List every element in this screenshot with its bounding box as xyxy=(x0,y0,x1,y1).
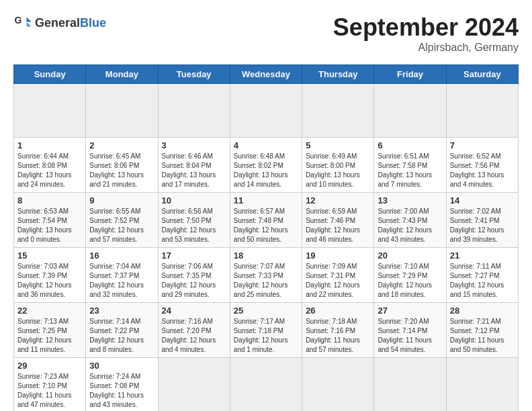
logo-icon: G xyxy=(13,13,32,32)
calendar-week-1: 1Sunrise: 6:44 AMSunset: 8:08 PMDaylight… xyxy=(14,138,519,193)
title-area: September 2024 Alpirsbach, Germany xyxy=(333,13,519,54)
calendar-cell xyxy=(14,84,86,138)
calendar-cell xyxy=(86,84,158,138)
day-info: Sunrise: 6:49 AMSunset: 8:00 PMDaylight:… xyxy=(306,152,370,189)
day-number: 10 xyxy=(162,195,226,205)
calendar-cell: 22Sunrise: 7:13 AMSunset: 7:25 PMDayligh… xyxy=(14,303,86,358)
day-number: 11 xyxy=(234,195,298,205)
calendar-week-5: 29Sunrise: 7:23 AMSunset: 7:10 PMDayligh… xyxy=(14,358,519,412)
logo: G GeneralBlue xyxy=(13,13,106,32)
header-thursday: Thursday xyxy=(302,65,374,84)
calendar-cell: 26Sunrise: 7:18 AMSunset: 7:16 PMDayligh… xyxy=(302,303,374,358)
day-info: Sunrise: 7:24 AMSunset: 7:08 PMDaylight:… xyxy=(89,372,154,410)
day-number: 24 xyxy=(162,306,226,316)
calendar-cell: 27Sunrise: 7:20 AMSunset: 7:14 PMDayligh… xyxy=(374,303,446,358)
svg-marker-2 xyxy=(27,22,32,27)
day-info: Sunrise: 7:03 AMSunset: 7:39 PMDaylight:… xyxy=(17,262,82,300)
logo-text: GeneralBlue xyxy=(35,16,106,30)
day-info: Sunrise: 7:04 AMSunset: 7:37 PMDaylight:… xyxy=(89,262,154,300)
day-number: 2 xyxy=(89,140,154,150)
day-info: Sunrise: 6:51 AMSunset: 7:58 PMDaylight:… xyxy=(378,152,442,189)
month-title: September 2024 xyxy=(333,13,519,42)
calendar-cell xyxy=(230,84,302,138)
location: Alpirsbach, Germany xyxy=(333,42,519,54)
header-row: SundayMondayTuesdayWednesdayThursdayFrid… xyxy=(14,65,519,84)
calendar-week-2: 8Sunrise: 6:53 AMSunset: 7:54 PMDaylight… xyxy=(14,193,519,248)
calendar-week-0 xyxy=(14,84,519,138)
calendar-week-3: 15Sunrise: 7:03 AMSunset: 7:39 PMDayligh… xyxy=(14,248,519,303)
calendar-cell: 28Sunrise: 7:21 AMSunset: 7:12 PMDayligh… xyxy=(446,303,518,358)
day-number: 8 xyxy=(17,195,82,205)
logo-blue: Blue xyxy=(80,16,106,30)
header-monday: Monday xyxy=(86,65,158,84)
day-number: 5 xyxy=(306,140,370,150)
day-info: Sunrise: 6:59 AMSunset: 7:46 PMDaylight:… xyxy=(306,207,370,244)
day-number: 12 xyxy=(306,195,370,205)
header-sunday: Sunday xyxy=(14,65,86,84)
calendar-cell: 23Sunrise: 7:14 AMSunset: 7:22 PMDayligh… xyxy=(86,303,158,358)
day-number: 15 xyxy=(17,250,82,261)
calendar-cell xyxy=(374,84,446,138)
day-info: Sunrise: 7:17 AMSunset: 7:18 PMDaylight:… xyxy=(234,317,298,355)
day-number: 14 xyxy=(450,195,515,205)
calendar-cell: 6Sunrise: 6:51 AMSunset: 7:58 PMDaylight… xyxy=(374,138,446,193)
calendar-cell: 17Sunrise: 7:06 AMSunset: 7:35 PMDayligh… xyxy=(158,248,230,303)
calendar-cell xyxy=(158,84,230,138)
day-info: Sunrise: 7:10 AMSunset: 7:29 PMDaylight:… xyxy=(378,262,442,300)
day-number: 30 xyxy=(89,361,154,371)
day-number: 13 xyxy=(378,195,442,205)
calendar-cell: 11Sunrise: 6:57 AMSunset: 7:48 PMDayligh… xyxy=(230,193,302,248)
calendar-cell: 9Sunrise: 6:55 AMSunset: 7:52 PMDaylight… xyxy=(86,193,158,248)
header-friday: Friday xyxy=(374,65,446,84)
calendar-cell: 19Sunrise: 7:09 AMSunset: 7:31 PMDayligh… xyxy=(302,248,374,303)
day-number: 29 xyxy=(17,361,82,371)
day-number: 6 xyxy=(378,140,442,150)
calendar-cell: 5Sunrise: 6:49 AMSunset: 8:00 PMDaylight… xyxy=(302,138,374,193)
calendar-cell: 14Sunrise: 7:02 AMSunset: 7:41 PMDayligh… xyxy=(446,193,518,248)
day-number: 23 xyxy=(89,306,154,316)
day-number: 7 xyxy=(450,140,515,150)
calendar-cell: 18Sunrise: 7:07 AMSunset: 7:33 PMDayligh… xyxy=(230,248,302,303)
day-number: 16 xyxy=(89,250,154,261)
day-info: Sunrise: 6:48 AMSunset: 8:02 PMDaylight:… xyxy=(234,152,298,189)
day-info: Sunrise: 6:45 AMSunset: 8:06 PMDaylight:… xyxy=(89,152,154,189)
calendar-cell: 24Sunrise: 7:16 AMSunset: 7:20 PMDayligh… xyxy=(158,303,230,358)
day-number: 21 xyxy=(450,250,515,261)
calendar-cell: 16Sunrise: 7:04 AMSunset: 7:37 PMDayligh… xyxy=(86,248,158,303)
logo-general: General xyxy=(35,16,80,30)
calendar-cell xyxy=(302,84,374,138)
header-tuesday: Tuesday xyxy=(158,65,230,84)
day-info: Sunrise: 7:20 AMSunset: 7:14 PMDaylight:… xyxy=(378,317,442,355)
day-number: 25 xyxy=(234,306,298,316)
calendar-header: SundayMondayTuesdayWednesdayThursdayFrid… xyxy=(14,65,519,84)
calendar-cell: 13Sunrise: 7:00 AMSunset: 7:43 PMDayligh… xyxy=(374,193,446,248)
svg-marker-1 xyxy=(27,17,32,22)
day-info: Sunrise: 6:44 AMSunset: 8:08 PMDaylight:… xyxy=(17,152,82,189)
calendar-cell: 4Sunrise: 6:48 AMSunset: 8:02 PMDaylight… xyxy=(230,138,302,193)
day-number: 27 xyxy=(378,306,442,316)
day-info: Sunrise: 7:02 AMSunset: 7:41 PMDaylight:… xyxy=(450,207,515,244)
header-saturday: Saturday xyxy=(446,65,518,84)
calendar-cell: 2Sunrise: 6:45 AMSunset: 8:06 PMDaylight… xyxy=(86,138,158,193)
day-info: Sunrise: 6:52 AMSunset: 7:56 PMDaylight:… xyxy=(450,152,515,189)
calendar-week-4: 22Sunrise: 7:13 AMSunset: 7:25 PMDayligh… xyxy=(14,303,519,358)
day-info: Sunrise: 7:16 AMSunset: 7:20 PMDaylight:… xyxy=(162,317,226,355)
day-info: Sunrise: 7:13 AMSunset: 7:25 PMDaylight:… xyxy=(17,317,82,355)
day-info: Sunrise: 6:55 AMSunset: 7:52 PMDaylight:… xyxy=(89,207,154,244)
calendar-cell: 30Sunrise: 7:24 AMSunset: 7:08 PMDayligh… xyxy=(86,358,158,412)
day-info: Sunrise: 7:00 AMSunset: 7:43 PMDaylight:… xyxy=(378,207,442,244)
header-wednesday: Wednesday xyxy=(230,65,302,84)
calendar-cell: 15Sunrise: 7:03 AMSunset: 7:39 PMDayligh… xyxy=(14,248,86,303)
day-info: Sunrise: 7:11 AMSunset: 7:27 PMDaylight:… xyxy=(450,262,515,300)
day-info: Sunrise: 7:14 AMSunset: 7:22 PMDaylight:… xyxy=(89,317,154,355)
day-number: 17 xyxy=(162,250,226,261)
calendar-cell xyxy=(446,358,518,412)
calendar-cell: 10Sunrise: 6:56 AMSunset: 7:50 PMDayligh… xyxy=(158,193,230,248)
calendar-table: SundayMondayTuesdayWednesdayThursdayFrid… xyxy=(13,64,519,411)
calendar-cell xyxy=(230,358,302,412)
calendar-cell: 25Sunrise: 7:17 AMSunset: 7:18 PMDayligh… xyxy=(230,303,302,358)
calendar-cell: 7Sunrise: 6:52 AMSunset: 7:56 PMDaylight… xyxy=(446,138,518,193)
day-number: 4 xyxy=(234,140,298,150)
calendar-cell xyxy=(446,84,518,138)
day-number: 18 xyxy=(234,250,298,261)
